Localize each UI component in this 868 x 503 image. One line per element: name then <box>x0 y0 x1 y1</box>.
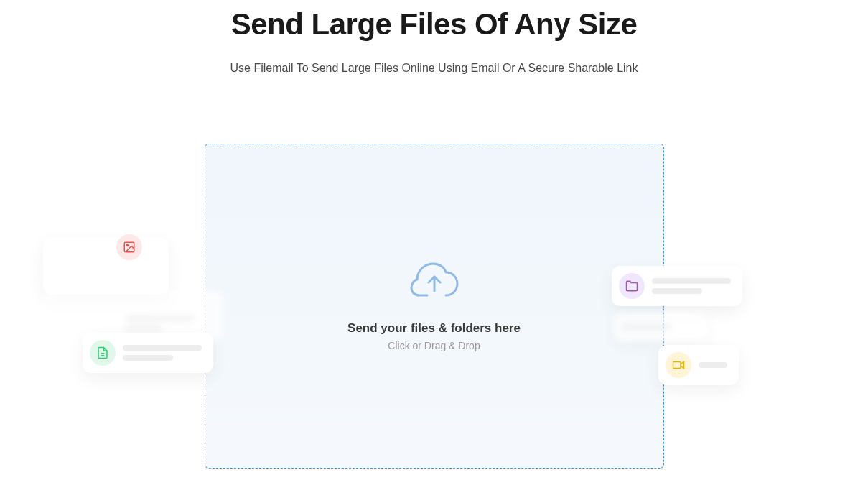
dropzone-container: Send your files & folders here Click or … <box>205 144 664 469</box>
decorative-card-video <box>658 345 739 385</box>
decorative-card-folder <box>612 266 742 306</box>
cloud-upload-icon <box>409 261 460 303</box>
svg-point-1 <box>126 244 128 246</box>
decorative-card-image <box>43 237 169 295</box>
folder-icon <box>619 273 645 299</box>
decorative-card-document <box>83 333 213 373</box>
svg-rect-4 <box>673 362 681 369</box>
image-icon <box>116 234 142 260</box>
decorative-card-blur-right <box>614 313 707 341</box>
page-subtitle: Use Filemail To Send Large Files Online … <box>0 62 868 75</box>
document-icon <box>90 340 116 366</box>
dropzone-title: Send your files & folders here <box>347 321 521 336</box>
file-dropzone[interactable]: Send your files & folders here Click or … <box>205 144 664 469</box>
page-title: Send Large Files Of Any Size <box>0 7 868 42</box>
dropzone-subtitle: Click or Drag & Drop <box>388 340 480 351</box>
video-icon <box>666 352 691 378</box>
